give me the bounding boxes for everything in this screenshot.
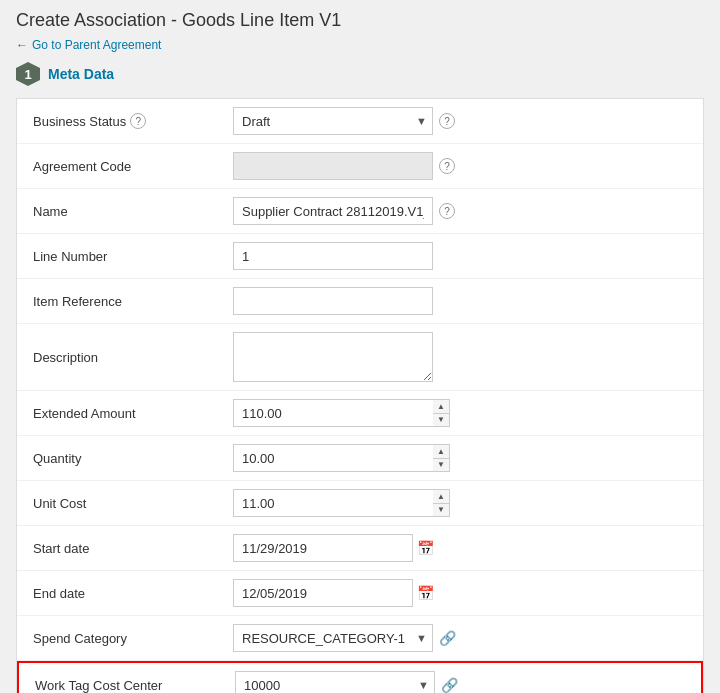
agreement-code-row: Agreement Code ?: [17, 144, 703, 189]
spend-category-field: RESOURCE_CATEGORY-1 ▼ 🔗: [233, 624, 687, 652]
item-reference-field: [233, 287, 687, 315]
work-tag-cost-center-field: 10000 ▼ 🔗: [235, 671, 685, 693]
start-date-row: Start date 📅: [17, 526, 703, 571]
line-number-input[interactable]: [233, 242, 433, 270]
quantity-row: Quantity ▲ ▼: [17, 436, 703, 481]
business-status-select-wrapper: Draft ▼: [233, 107, 433, 135]
description-textarea[interactable]: [233, 332, 433, 382]
extended-amount-up-button[interactable]: ▲: [433, 400, 449, 414]
end-date-wrapper: 📅: [233, 579, 434, 607]
line-number-field: [233, 242, 687, 270]
quantity-down-button[interactable]: ▼: [433, 459, 449, 472]
back-link[interactable]: ← Go to Parent Agreement: [16, 38, 161, 52]
spend-category-row: Spend Category RESOURCE_CATEGORY-1 ▼ 🔗: [17, 616, 703, 661]
unit-cost-field: ▲ ▼: [233, 489, 687, 517]
spend-category-select[interactable]: RESOURCE_CATEGORY-1: [233, 624, 433, 652]
work-tag-cost-center-label: Work Tag Cost Center: [35, 678, 235, 693]
end-date-label: End date: [33, 586, 233, 601]
agreement-code-label: Agreement Code: [33, 159, 233, 174]
business-status-select[interactable]: Draft: [233, 107, 433, 135]
extended-amount-row: Extended Amount ▲ ▼: [17, 391, 703, 436]
agreement-code-input[interactable]: [233, 152, 433, 180]
extended-amount-spinner-buttons: ▲ ▼: [433, 399, 450, 427]
start-date-wrapper: 📅: [233, 534, 434, 562]
start-date-field: 📅: [233, 534, 687, 562]
business-status-field: Draft ▼ ?: [233, 107, 687, 135]
work-tag-cost-center-select[interactable]: 10000: [235, 671, 435, 693]
item-reference-label: Item Reference: [33, 294, 233, 309]
extended-amount-input[interactable]: [233, 399, 433, 427]
end-date-row: End date 📅: [17, 571, 703, 616]
agreement-code-field: ?: [233, 152, 687, 180]
step-badge: 1: [16, 62, 40, 86]
unit-cost-input[interactable]: [233, 489, 433, 517]
work-tag-cost-center-select-wrapper: 10000 ▼: [235, 671, 435, 693]
agreement-code-help-icon[interactable]: ?: [439, 158, 455, 174]
item-reference-row: Item Reference: [17, 279, 703, 324]
spend-category-link-icon[interactable]: 🔗: [439, 630, 456, 646]
work-tag-cost-center-row: Work Tag Cost Center 10000 ▼ 🔗: [17, 661, 703, 693]
quantity-input[interactable]: [233, 444, 433, 472]
name-input[interactable]: [233, 197, 433, 225]
line-number-row: Line Number: [17, 234, 703, 279]
form-container: Business Status ? Draft ▼ ? Agreement Co…: [16, 98, 704, 693]
extended-amount-down-button[interactable]: ▼: [433, 414, 449, 427]
unit-cost-up-button[interactable]: ▲: [433, 490, 449, 504]
end-date-field: 📅: [233, 579, 687, 607]
name-help-icon[interactable]: ?: [439, 203, 455, 219]
start-date-label: Start date: [33, 541, 233, 556]
unit-cost-spinner: ▲ ▼: [233, 489, 450, 517]
quantity-up-button[interactable]: ▲: [433, 445, 449, 459]
extended-amount-label: Extended Amount: [33, 406, 233, 421]
quantity-field: ▲ ▼: [233, 444, 687, 472]
start-date-input[interactable]: [233, 534, 413, 562]
business-status-help-icon[interactable]: ?: [130, 113, 146, 129]
start-date-calendar-icon[interactable]: 📅: [417, 540, 434, 556]
line-number-label: Line Number: [33, 249, 233, 264]
section-header: 1 Meta Data: [16, 62, 704, 86]
end-date-input[interactable]: [233, 579, 413, 607]
back-arrow-icon: ←: [16, 38, 28, 52]
business-status-label: Business Status ?: [33, 113, 233, 129]
description-field: [233, 332, 687, 382]
extended-amount-spinner: ▲ ▼: [233, 399, 450, 427]
unit-cost-spinner-buttons: ▲ ▼: [433, 489, 450, 517]
spend-category-label: Spend Category: [33, 631, 233, 646]
item-reference-input[interactable]: [233, 287, 433, 315]
business-status-info-icon[interactable]: ?: [439, 113, 455, 129]
name-row: Name ?: [17, 189, 703, 234]
name-label: Name: [33, 204, 233, 219]
quantity-label: Quantity: [33, 451, 233, 466]
business-status-row: Business Status ? Draft ▼ ?: [17, 99, 703, 144]
work-tag-cost-center-link-icon[interactable]: 🔗: [441, 677, 458, 693]
name-field: ?: [233, 197, 687, 225]
extended-amount-field: ▲ ▼: [233, 399, 687, 427]
quantity-spinner: ▲ ▼: [233, 444, 450, 472]
unit-cost-down-button[interactable]: ▼: [433, 504, 449, 517]
unit-cost-label: Unit Cost: [33, 496, 233, 511]
page-title: Create Association - Goods Line Item V1: [16, 10, 704, 31]
section-title: Meta Data: [48, 66, 114, 82]
description-label: Description: [33, 350, 233, 365]
unit-cost-row: Unit Cost ▲ ▼: [17, 481, 703, 526]
spend-category-select-wrapper: RESOURCE_CATEGORY-1 ▼: [233, 624, 433, 652]
quantity-spinner-buttons: ▲ ▼: [433, 444, 450, 472]
description-row: Description: [17, 324, 703, 391]
end-date-calendar-icon[interactable]: 📅: [417, 585, 434, 601]
